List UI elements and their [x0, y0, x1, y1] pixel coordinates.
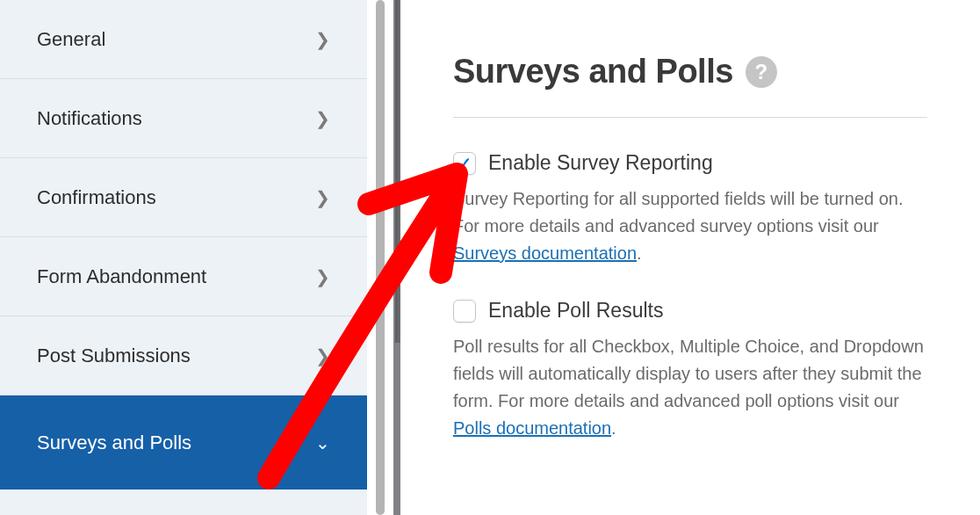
panel-title: Surveys and Polls [453, 53, 733, 91]
help-icon[interactable]: ? [746, 56, 777, 88]
sidebar-item-label: Notifications [37, 107, 142, 130]
chevron-right-icon: ❯ [315, 29, 330, 50]
option-description: Survey Reporting for all supported field… [453, 185, 927, 267]
option-label: Enable Poll Results [488, 299, 663, 323]
sidebar-item-confirmations[interactable]: Confirmations ❯ [0, 158, 367, 237]
chevron-right-icon: ❯ [315, 108, 330, 129]
panel-background: Surveys and Polls ? Enable Survey Report… [393, 0, 980, 515]
checkbox-enable-survey-reporting[interactable] [453, 152, 476, 175]
sidebar-item-label: Confirmations [37, 186, 156, 209]
sidebar-item-label: Form Abandonment [37, 265, 206, 288]
sidebar-item-surveys-and-polls[interactable]: Surveys and Polls ⌄ [0, 395, 367, 490]
sidebar-item-form-abandonment[interactable]: Form Abandonment ❯ [0, 237, 367, 316]
sidebar-item-general[interactable]: General ❯ [0, 0, 367, 79]
settings-sidebar: General ❯ Notifications ❯ Confirmations … [0, 0, 367, 515]
settings-panel: Surveys and Polls ? Enable Survey Report… [400, 0, 980, 515]
sidebar-item-notifications[interactable]: Notifications ❯ [0, 79, 367, 158]
sidebar-item-label: General [37, 28, 105, 51]
option-enable-survey-reporting: Enable Survey Reporting Survey Reporting… [453, 151, 927, 267]
chevron-down-icon: ⌄ [315, 432, 330, 453]
option-enable-poll-results: Enable Poll Results Poll results for all… [453, 299, 927, 442]
sidebar-item-post-submissions[interactable]: Post Submissions ❯ [0, 316, 367, 395]
surveys-documentation-link[interactable]: Surveys documentation [453, 243, 637, 263]
option-label: Enable Survey Reporting [488, 151, 713, 175]
sidebar-item-label: Post Submissions [37, 345, 191, 367]
sidebar-item-label: Surveys and Polls [37, 432, 191, 454]
divider [453, 117, 927, 118]
polls-documentation-link[interactable]: Polls documentation [453, 418, 611, 438]
checkbox-enable-poll-results[interactable] [453, 300, 476, 323]
chevron-right-icon: ❯ [315, 345, 330, 366]
option-description: Poll results for all Checkbox, Multiple … [453, 333, 927, 442]
panel-divider [367, 0, 393, 515]
chevron-right-icon: ❯ [315, 266, 330, 287]
chevron-right-icon: ❯ [315, 187, 330, 208]
